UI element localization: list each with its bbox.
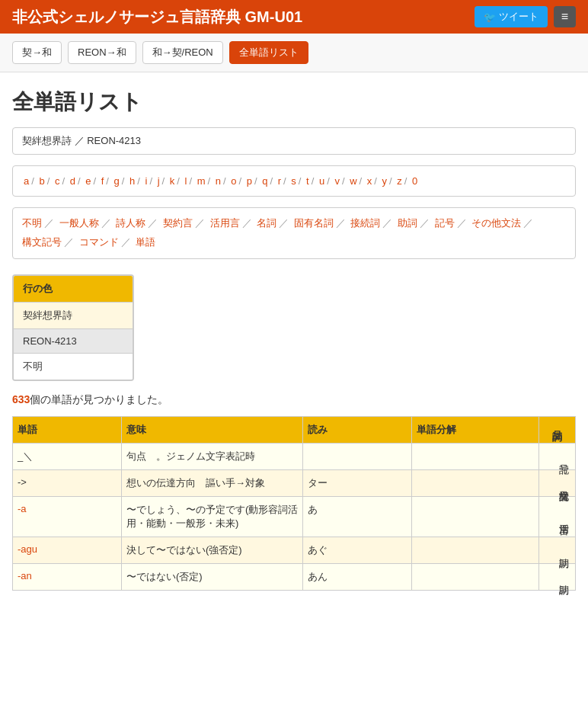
legend-header: 行の色 [14, 276, 133, 302]
category-nav: 不明／ 一般人称／ 詩人称／ 契約言／ 活用言／ 名詞／ 固有名詞／ 接続詞／ … [12, 207, 576, 258]
header-actions: 🐦 ツイート ≡ [475, 6, 576, 27]
cell-bunkai [412, 469, 539, 496]
twitter-icon: 🐦 [484, 11, 496, 23]
cell-hinshi: 助詞 [539, 537, 576, 563]
cat-kigo[interactable]: 記号 [435, 217, 455, 229]
cat-ippan[interactable]: 一般人称 [59, 217, 99, 229]
alpha-v[interactable]: v [334, 175, 340, 187]
cell-hinshi: 活用言 [539, 496, 576, 537]
cell-meaning: 〜でしょう、〜の予定です(動形容詞活用・能動・一般形・未来) [122, 496, 303, 537]
cat-tango[interactable]: 単語 [136, 236, 155, 248]
cat-katsuyogen[interactable]: 活用言 [210, 217, 240, 229]
tab-wa-keiyaku-reon[interactable]: 和→契/REON [142, 41, 223, 64]
tab-keiyaku-wa[interactable]: 契→和 [12, 41, 62, 64]
cell-meaning: 〜ではない(否定) [122, 563, 303, 590]
legend-item-reon: REON-4213 [14, 328, 133, 353]
tab-reon-wa[interactable]: REON→和 [68, 41, 136, 64]
alpha-t[interactable]: t [306, 175, 309, 187]
cell-meaning: 想いの伝達方向 謳い手→対象 [122, 469, 303, 496]
th-bunkai: 単語分解 [412, 416, 539, 443]
alpha-m[interactable]: m [197, 175, 206, 187]
site-title: 非公式シェルノサージュ言語辞典 GM-U01 [12, 7, 302, 27]
main-content: 全単語リスト 契絆想界詩 ／ REON-4213 a/ b/ c/ d/ e/ … [0, 72, 588, 606]
cell-hinshi: 助詞 [539, 563, 576, 590]
word-link[interactable]: -an [18, 570, 32, 581]
cell-yomi: あぐ [303, 537, 412, 563]
cell-yomi: あ [303, 496, 412, 537]
alpha-f[interactable]: f [101, 175, 104, 187]
cat-setsuzoku[interactable]: 接続詞 [350, 217, 380, 229]
cat-command[interactable]: コマンド [79, 236, 119, 248]
breadcrumb: 契絆想界詩 ／ REON-4213 [12, 127, 576, 155]
cell-yomi [303, 443, 412, 469]
alpha-h[interactable]: h [129, 175, 135, 187]
cell-yomi: ター [303, 469, 412, 496]
cat-fumei[interactable]: 不明 [22, 217, 42, 229]
word-link[interactable]: -agu [18, 543, 37, 555]
alpha-p[interactable]: p [247, 175, 252, 187]
cell-hinshi: 記号 [539, 443, 576, 469]
th-meaning: 意味 [122, 416, 303, 443]
alpha-x[interactable]: x [367, 175, 372, 187]
legend-item-fumei: 不明 [14, 353, 133, 380]
alpha-j[interactable]: j [158, 175, 160, 187]
tab-all-words[interactable]: 全単語リスト [229, 41, 308, 64]
alpha-s[interactable]: s [291, 175, 296, 187]
cell-word: _＼ [13, 443, 122, 469]
legend-box: 行の色 契絆想界詩 REON-4213 不明 [12, 274, 134, 381]
table-row: -a〜でしょう、〜の予定です(動形容詞活用・能動・一般形・未来)あ活用言 [13, 496, 576, 537]
word-table: 単語 意味 読み 単語分解 品詞 _＼句点 。ジェノム文字表記時記号->想いの伝… [12, 416, 576, 591]
alpha-o[interactable]: o [231, 175, 236, 187]
alpha-a[interactable]: a [24, 175, 29, 187]
alpha-w[interactable]: w [350, 175, 356, 187]
cell-yomi: あん [303, 563, 412, 590]
alpha-c[interactable]: c [55, 175, 60, 187]
page-title: 全単語リスト [12, 88, 576, 117]
cat-meishi[interactable]: 名詞 [257, 217, 276, 229]
alpha-r[interactable]: r [278, 175, 281, 187]
cat-koubun[interactable]: 構文記号 [22, 236, 62, 248]
alpha-b[interactable]: b [39, 175, 44, 187]
table-row: ->想いの伝達方向 謳い手→対象ター構文記号 [13, 469, 576, 496]
alpha-l[interactable]: l [185, 175, 187, 187]
th-word: 単語 [13, 416, 122, 443]
alpha-q[interactable]: q [262, 175, 267, 187]
th-hinshi: 品詞 [539, 416, 576, 443]
cat-joshi[interactable]: 助詞 [398, 217, 417, 229]
alpha-z[interactable]: z [397, 175, 402, 187]
menu-button[interactable]: ≡ [554, 6, 576, 27]
cell-bunkai [412, 496, 539, 537]
alpha-u[interactable]: u [319, 175, 324, 187]
cat-shijin[interactable]: 詩人称 [116, 217, 145, 229]
cat-keiyakugen[interactable]: 契約言 [163, 217, 193, 229]
nav-tabs: 契→和 REON→和 和→契/REON 全単語リスト [0, 34, 588, 72]
cell-word: -an [13, 563, 122, 590]
cell-meaning: 句点 。ジェノム文字表記時 [122, 443, 303, 469]
alpha-k[interactable]: k [170, 175, 175, 187]
alpha-d[interactable]: d [70, 175, 75, 187]
word-count: 633個の単語が見つかりました。 [12, 393, 576, 407]
word-link[interactable]: -a [18, 503, 27, 514]
cell-word: -agu [13, 537, 122, 563]
tweet-button[interactable]: 🐦 ツイート [475, 6, 548, 27]
alpha-g[interactable]: g [114, 175, 120, 187]
alpha-y[interactable]: y [382, 175, 388, 187]
cell-bunkai [412, 563, 539, 590]
th-yomi: 読み [303, 416, 412, 443]
cell-hinshi: 構文記号 [539, 469, 576, 496]
alpha-0[interactable]: 0 [412, 175, 417, 187]
alpha-nav: a/ b/ c/ d/ e/ f/ g/ h/ i/ j/ k/ l/ m/ n… [12, 165, 576, 197]
table-row: _＼句点 。ジェノム文字表記時記号 [13, 443, 576, 469]
table-row: -agu決して〜ではない(強否定)あぐ助詞 [13, 537, 576, 563]
cell-bunkai [412, 443, 539, 469]
alpha-i[interactable]: i [145, 175, 148, 187]
alpha-n[interactable]: n [216, 175, 221, 187]
legend-item-keiyaku: 契絆想界詩 [14, 302, 133, 328]
cat-sonota[interactable]: その他文法 [471, 217, 521, 229]
alpha-e[interactable]: e [85, 175, 91, 187]
cat-koyumeishi[interactable]: 固有名詞 [294, 217, 334, 229]
cell-word: -> [13, 469, 122, 496]
table-row: -an〜ではない(否定)あん助詞 [13, 563, 576, 590]
cell-word: -a [13, 496, 122, 537]
cell-meaning: 決して〜ではない(強否定) [122, 537, 303, 563]
